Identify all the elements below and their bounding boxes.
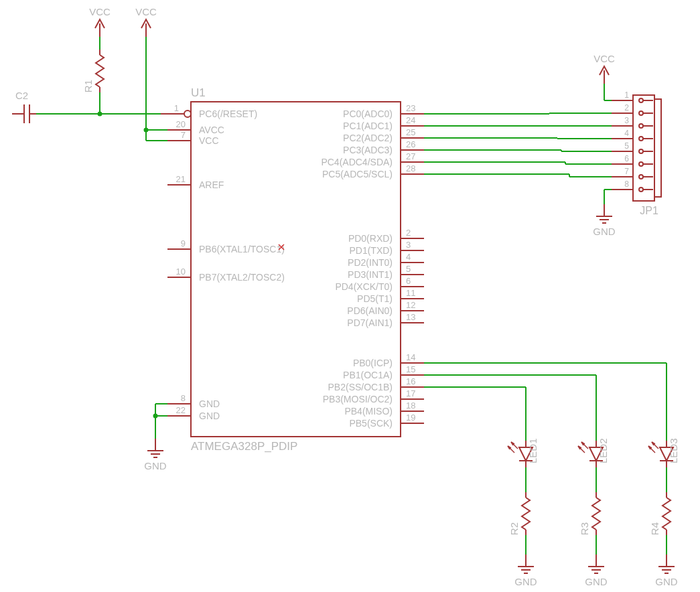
svg-text:11: 11	[406, 288, 415, 298]
svg-text:21: 21	[176, 174, 186, 184]
svg-text:8: 8	[624, 179, 629, 189]
svg-text:1: 1	[174, 103, 179, 113]
svg-text:PD5(T1): PD5(T1)	[357, 293, 393, 304]
svg-text:20: 20	[176, 119, 186, 129]
svg-point-148	[639, 175, 643, 179]
svg-text:GND: GND	[514, 576, 537, 587]
svg-text:PC4(ADC4/SDA): PC4(ADC4/SDA)	[321, 157, 393, 167]
svg-text:PB2(SS/OC1B): PB2(SS/OC1B)	[328, 382, 393, 392]
svg-text:PB7(XTAL2/TOSC2): PB7(XTAL2/TOSC2)	[199, 272, 285, 283]
svg-text:12: 12	[406, 300, 415, 310]
svg-text:JP1: JP1	[640, 205, 658, 216]
svg-text:26: 26	[406, 139, 415, 149]
svg-text:10: 10	[176, 267, 186, 277]
svg-text:1: 1	[624, 90, 629, 100]
svg-point-132	[639, 124, 643, 128]
svg-text:13: 13	[406, 312, 415, 322]
svg-text:AVCC: AVCC	[199, 125, 224, 135]
svg-rect-120	[654, 99, 661, 197]
svg-text:PC5(ADC5/SCL): PC5(ADC5/SCL)	[322, 169, 393, 179]
svg-text:22: 22	[176, 405, 186, 415]
svg-text:ATMEGA328P_PDIP: ATMEGA328P_PDIP	[191, 440, 297, 453]
svg-text:25: 25	[406, 127, 415, 137]
svg-text:7: 7	[624, 167, 629, 176]
svg-rect-119	[633, 95, 654, 201]
svg-text:4: 4	[406, 252, 411, 262]
svg-text:R3: R3	[579, 522, 590, 535]
svg-text:PB4(MISO): PB4(MISO)	[344, 406, 393, 417]
svg-text:R2: R2	[508, 522, 520, 535]
svg-point-152	[639, 188, 643, 192]
svg-text:LED1: LED1	[527, 438, 539, 463]
svg-text:23: 23	[406, 103, 415, 113]
svg-text:9: 9	[181, 238, 186, 248]
svg-point-3	[184, 110, 191, 117]
svg-text:16: 16	[406, 376, 415, 386]
svg-point-113	[153, 414, 158, 419]
svg-text:24: 24	[406, 115, 415, 125]
svg-text:GND: GND	[199, 398, 220, 409]
svg-text:8: 8	[181, 393, 186, 403]
svg-text:PD2(INT0): PD2(INT0)	[348, 257, 393, 268]
svg-text:GND: GND	[655, 576, 678, 587]
svg-text:LED2: LED2	[598, 438, 609, 463]
svg-text:VCC: VCC	[135, 6, 157, 17]
svg-text:VCC: VCC	[593, 53, 615, 64]
svg-text:PC2(ADC2): PC2(ADC2)	[343, 133, 393, 143]
svg-text:7: 7	[181, 130, 186, 140]
svg-text:15: 15	[406, 364, 415, 374]
svg-text:GND: GND	[593, 226, 616, 237]
svg-text:AREF: AREF	[199, 179, 224, 190]
svg-text:27: 27	[406, 151, 415, 161]
svg-point-124	[639, 98, 643, 102]
svg-point-128	[639, 111, 643, 115]
svg-text:GND: GND	[199, 411, 220, 421]
svg-text:PC3(ADC3): PC3(ADC3)	[343, 145, 393, 155]
svg-point-109	[144, 128, 149, 133]
svg-text:3: 3	[624, 116, 629, 125]
svg-text:PD4(XCK/T0): PD4(XCK/T0)	[335, 281, 393, 292]
svg-text:28: 28	[406, 163, 415, 173]
svg-text:PB5(SCK): PB5(SCK)	[349, 418, 393, 429]
svg-text:2: 2	[624, 103, 629, 113]
svg-text:PD7(AIN1): PD7(AIN1)	[347, 317, 393, 328]
svg-text:6: 6	[624, 154, 629, 163]
svg-point-140	[639, 149, 643, 153]
svg-text:5: 5	[624, 141, 629, 151]
svg-text:U1: U1	[191, 86, 206, 99]
svg-text:PD0(RXD): PD0(RXD)	[348, 233, 393, 244]
svg-point-144	[639, 162, 643, 166]
svg-text:GND: GND	[144, 460, 167, 471]
svg-text:6: 6	[406, 276, 411, 286]
svg-text:LED3: LED3	[668, 438, 679, 463]
svg-text:VCC: VCC	[89, 6, 111, 17]
svg-point-136	[639, 137, 643, 141]
svg-text:PB3(MOSI/OC2): PB3(MOSI/OC2)	[323, 394, 393, 404]
svg-text:18: 18	[406, 400, 415, 411]
svg-text:PC6(/RESET): PC6(/RESET)	[199, 108, 257, 119]
svg-text:5: 5	[406, 264, 411, 274]
svg-text:PB1(OC1A): PB1(OC1A)	[343, 370, 393, 380]
schematic: U1ATMEGA328P_PDIP1PC6(/RESET)20AVCC7VCC2…	[0, 0, 700, 592]
svg-text:R1: R1	[82, 80, 94, 92]
svg-text:PC1(ADC1): PC1(ADC1)	[343, 121, 393, 131]
svg-text:R4: R4	[649, 522, 660, 535]
svg-text:GND: GND	[585, 576, 608, 587]
svg-text:PD6(AIN0): PD6(AIN0)	[347, 305, 393, 316]
svg-text:PB6(XTAL1/TOSC1): PB6(XTAL1/TOSC1)	[199, 244, 285, 254]
svg-text:4: 4	[624, 129, 629, 138]
svg-text:PD3(INT1): PD3(INT1)	[348, 269, 393, 280]
svg-text:3: 3	[406, 240, 411, 250]
svg-text:14: 14	[406, 352, 415, 362]
svg-text:VCC: VCC	[199, 135, 219, 146]
svg-text:PD1(TXD): PD1(TXD)	[349, 245, 393, 256]
svg-text:PB0(ICP): PB0(ICP)	[353, 358, 393, 368]
svg-text:17: 17	[406, 388, 415, 398]
svg-text:2: 2	[406, 228, 411, 238]
svg-text:C2: C2	[15, 90, 28, 101]
svg-text:PC0(ADC0): PC0(ADC0)	[343, 108, 393, 119]
svg-text:19: 19	[406, 413, 415, 423]
